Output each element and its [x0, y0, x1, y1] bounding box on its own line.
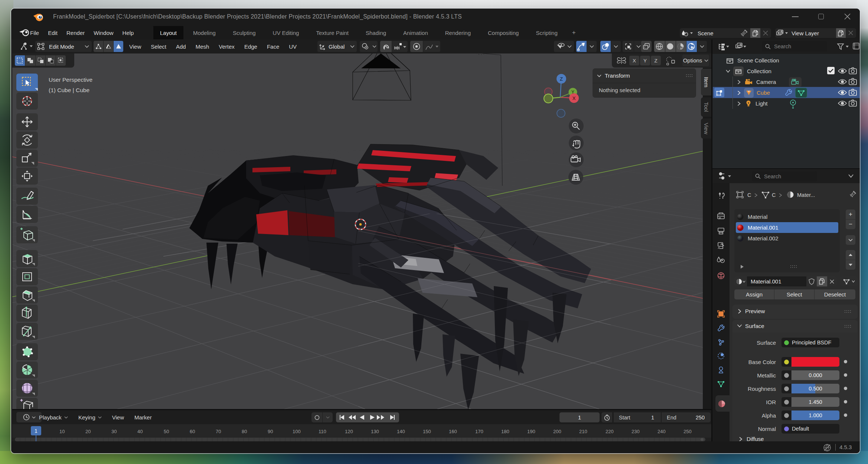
svg-text:Mater...: Mater... — [797, 192, 815, 198]
svg-text:C: C — [772, 192, 776, 198]
svg-text:Tool: Tool — [703, 102, 709, 112]
svg-text:Item: Item — [703, 77, 709, 87]
svg-text:Z: Z — [560, 76, 563, 82]
svg-text:Y: Y — [571, 90, 574, 95]
svg-text:C: C — [747, 192, 751, 198]
svg-text:View: View — [703, 123, 709, 134]
svg-text:X: X — [572, 95, 576, 101]
